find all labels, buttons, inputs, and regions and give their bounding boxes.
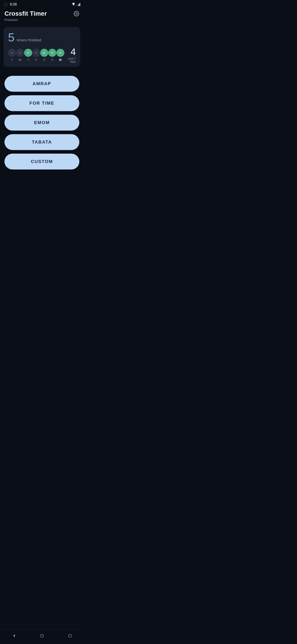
days-summary: 4 past 7 days	[64, 47, 76, 63]
past-days-count: 4	[68, 47, 76, 56]
cross-icon-w: ✕	[19, 51, 21, 54]
status-left: 9:08	[3, 2, 17, 7]
svg-rect-1	[78, 4, 78, 6]
tabata-button[interactable]: TABATA	[4, 134, 79, 150]
svg-rect-3	[80, 3, 80, 6]
days-row: ✕ T ✕ W ✓ T ✕ F ✓	[8, 47, 76, 63]
header: Crossfit Timer Premium	[0, 8, 84, 25]
day-circle-w: ✕	[16, 49, 24, 57]
day-item-s2: ✓ S	[48, 49, 56, 62]
stats-card: 5 timers finished ✕ T ✕ W ✓ T ✕	[3, 27, 80, 67]
timers-label: timers finished	[17, 38, 41, 42]
app-subtitle: Premium	[4, 18, 47, 22]
day-label-t1: T	[11, 58, 13, 62]
day-item-w: ✕ W	[16, 49, 24, 62]
day-label-f: F	[35, 58, 37, 62]
cross-icon-t1: ✕	[11, 51, 13, 54]
day-label-s2: S	[51, 58, 53, 62]
day-circle-f: ✕	[32, 49, 40, 57]
camera-dot	[3, 2, 8, 7]
signal-icon	[77, 3, 80, 6]
day-circle-t2: ✓	[24, 49, 32, 57]
day-circle-s2: ✓	[48, 49, 56, 57]
status-right	[71, 3, 80, 6]
day-label-s1: S	[43, 58, 45, 62]
check-icon-s1: ✓	[43, 51, 46, 54]
svg-rect-0	[77, 5, 77, 6]
app-title: Crossfit Timer	[4, 10, 47, 18]
day-circle-m: ✓	[56, 49, 64, 57]
day-label-t2: T	[27, 58, 29, 62]
stats-header: 5 timers finished	[8, 32, 76, 43]
day-item-m: ✓ M	[56, 49, 64, 62]
cross-icon-f: ✕	[35, 51, 37, 54]
status-bar: 9:08	[0, 0, 84, 8]
amrap-button[interactable]: AMRAP	[4, 76, 79, 92]
day-item-t1: ✕ T	[8, 49, 16, 62]
day-circle-s1: ✓	[40, 49, 48, 57]
svg-rect-2	[79, 4, 79, 6]
day-item-s1: ✓ S	[40, 49, 48, 62]
check-icon-t2: ✓	[27, 51, 29, 54]
past-days-label: past 7 days	[68, 57, 76, 63]
main-content: AMRAP FOR TIME EMOM TABATA CUSTOM	[0, 71, 84, 174]
check-icon-m: ✓	[59, 51, 62, 54]
custom-button[interactable]: CUSTOM	[4, 154, 79, 170]
settings-icon[interactable]	[73, 11, 79, 18]
header-text: Crossfit Timer Premium	[4, 10, 47, 22]
day-label-w: W	[19, 58, 21, 62]
emom-button[interactable]: EMOM	[4, 115, 79, 130]
timers-count: 5	[8, 32, 14, 43]
for-time-button[interactable]: FOR TIME	[4, 95, 79, 111]
svg-point-4	[76, 13, 77, 14]
wifi-icon	[71, 3, 76, 6]
status-time: 9:08	[10, 2, 17, 6]
day-circle-t1: ✕	[8, 49, 16, 57]
check-icon-s2: ✓	[51, 51, 54, 54]
day-item-f: ✕ F	[32, 49, 40, 62]
day-label-m: M	[59, 58, 62, 62]
day-item-t2: ✓ T	[24, 49, 32, 62]
